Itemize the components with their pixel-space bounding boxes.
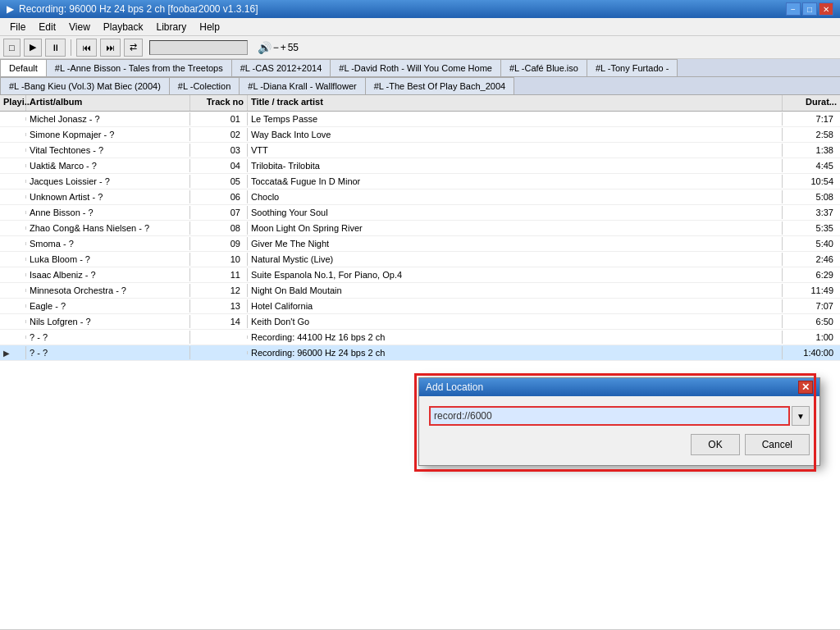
menu-item-edit[interactable]: Edit	[32, 20, 62, 34]
cell-duration: 2:58	[783, 128, 840, 141]
playlist-row[interactable]: Anne Bisson - ? 07 Soothing Your Soul 3:…	[0, 205, 840, 221]
cell-track: 06	[190, 190, 248, 203]
progress-bar[interactable]	[149, 40, 248, 55]
cell-playing	[0, 164, 26, 167]
cell-title: Way Back Into Love	[248, 128, 783, 141]
cell-playing: ▶	[0, 346, 26, 359]
cell-duration: 7:17	[783, 112, 840, 126]
cancel-button[interactable]: Cancel	[745, 434, 810, 455]
dialog-input-row: ▼	[429, 406, 810, 426]
play-button[interactable]: ▶	[24, 39, 42, 57]
tab-row1-5[interactable]: #L -Tony Furtado -	[587, 59, 678, 76]
title-bar: ▶ Recording: 96000 Hz 24 bps 2 ch [fooba…	[0, 0, 840, 18]
cell-duration: 2:46	[783, 253, 840, 266]
ok-button[interactable]: OK	[691, 434, 739, 455]
playlist-row[interactable]: Michel Jonasz - ? 01 Le Temps Passe 7:17	[0, 112, 840, 127]
close-button[interactable]: ✕	[819, 2, 833, 16]
tab-row1-2[interactable]: #L -CAS 2012+2014	[232, 59, 331, 76]
title-controls: − □ ✕	[786, 2, 833, 16]
cell-track	[190, 336, 248, 339]
dropdown-arrow-button[interactable]: ▼	[792, 406, 810, 426]
app-icon: ▶	[7, 3, 14, 15]
tab-row2-2[interactable]: #L -Diana Krall - Wallflower	[240, 77, 365, 94]
cell-duration: 1:00	[783, 331, 840, 344]
cell-title: Hotel California	[248, 299, 783, 313]
tabs-row1: Default#L -Anne Bisson - Tales from the …	[0, 59, 840, 77]
volume-icon: 🔊	[258, 41, 272, 54]
cell-artist: Zhao Cong& Hans Nielsen - ?	[26, 221, 190, 235]
cell-playing	[0, 320, 26, 323]
playlist-row[interactable]: Jacques Loissier - ? 05 Toccata& Fugue I…	[0, 174, 840, 189]
cell-track: 11	[190, 268, 248, 281]
prev-button[interactable]: ⏮	[76, 39, 97, 57]
cell-playing	[0, 148, 26, 152]
cell-title: Natural Mystic (Live)	[248, 253, 783, 266]
playlist-row[interactable]: Zhao Cong& Hans Nielsen - ? 08 Moon Ligh…	[0, 221, 840, 236]
cell-playing	[0, 258, 26, 261]
playlist-row[interactable]: Unknown Artist - ? 06 Choclo 5:08	[0, 189, 840, 205]
playlist-row[interactable]: ▶ ? - ? Recording: 96000 Hz 24 bps 2 ch …	[0, 345, 840, 361]
playlist-row[interactable]: Minnesota Orchestra - ? 12 Night On Bald…	[0, 283, 840, 299]
cell-track: 14	[190, 315, 248, 328]
cell-title: Trilobita- Trilobita	[248, 159, 783, 172]
cell-artist: Eagle - ?	[26, 299, 190, 313]
playlist-row[interactable]: Luka Bloom - ? 10 Natural Mystic (Live) …	[0, 252, 840, 267]
cell-track: 01	[190, 112, 248, 126]
cell-artist: Isaac Albeniz - ?	[26, 268, 190, 281]
cell-artist: Luka Bloom - ?	[26, 253, 190, 266]
playlist-row[interactable]: Nils Lofgren - ? 14 Keith Don't Go 6:50	[0, 314, 840, 330]
cell-artist: Unknown Artist - ?	[26, 190, 190, 203]
random-button[interactable]: ⇄	[124, 39, 143, 57]
cell-track	[190, 351, 248, 354]
menu-item-library[interactable]: Library	[150, 20, 194, 34]
playlist-row[interactable]: Uakti& Marco - ? 04 Trilobita- Trilobita…	[0, 158, 840, 174]
header-title: Title / track artist	[248, 95, 783, 111]
minimize-button[interactable]: −	[786, 2, 801, 16]
maximize-button[interactable]: □	[802, 2, 817, 16]
cell-playing	[0, 304, 26, 308]
cell-duration: 10:54	[783, 175, 840, 188]
menu-item-playback[interactable]: Playback	[97, 20, 150, 34]
menu-item-file[interactable]: File	[3, 20, 32, 34]
playlist-row[interactable]: Eagle - ? 13 Hotel California 7:07	[0, 299, 840, 314]
next-button[interactable]: ⏭	[100, 39, 121, 57]
cell-playing	[0, 226, 26, 230]
menu-item-help[interactable]: Help	[193, 20, 226, 34]
cell-track: 10	[190, 253, 248, 266]
volume-plus[interactable]: +	[281, 42, 286, 53]
tab-row1-4[interactable]: #L -Café Blue.iso	[501, 59, 587, 76]
header-artist: Artist/album	[26, 95, 190, 111]
playlist-row[interactable]: Smoma - ? 09 Giver Me The Night 5:40	[0, 236, 840, 252]
volume-minus[interactable]: −	[273, 42, 279, 53]
stop-button[interactable]: □	[3, 39, 21, 57]
main-content: Playi... Artist/album Track no Title / t…	[0, 95, 840, 630]
cell-title: Soothing Your Soul	[248, 206, 783, 219]
toolbar: □ ▶ ⏸ ⏮ ⏭ ⇄ 🔊 − + 55	[0, 36, 840, 59]
cell-artist: Jacques Loissier - ?	[26, 175, 190, 188]
cell-artist: ? - ?	[26, 331, 190, 344]
tab-row1-3[interactable]: #L -David Roth - Will You Come Home	[331, 59, 501, 76]
tab-row1-1[interactable]: #L -Anne Bisson - Tales from the Treetop…	[47, 59, 232, 76]
pause-button[interactable]: ⏸	[45, 39, 66, 57]
playlist-row[interactable]: ? - ? Recording: 44100 Hz 16 bps 2 ch 1:…	[0, 330, 840, 345]
playlist-row[interactable]: Vital Techtones - ? 03 VTT 1:38	[0, 143, 840, 158]
tab-row2-0[interactable]: #L -Bang Kieu (Vol.3) Mat Biec (2004)	[0, 77, 170, 94]
playlist-row[interactable]: Isaac Albeniz - ? 11 Suite Espanola No.1…	[0, 267, 840, 283]
dialog-buttons: OK Cancel	[429, 434, 810, 459]
playlist-row[interactable]: Simone Kopmajer - ? 02 Way Back Into Lov…	[0, 127, 840, 143]
dialog-close-button[interactable]: ✕	[798, 381, 813, 394]
cell-track: 12	[190, 284, 248, 297]
location-input[interactable]	[429, 406, 790, 426]
tab-row1-0[interactable]: Default	[0, 59, 47, 77]
cell-track: 03	[190, 144, 248, 157]
add-location-dialog: Add Location ✕ ▼ OK Cancel	[418, 377, 820, 466]
cell-duration: 3:37	[783, 206, 840, 219]
tab-row2-3[interactable]: #L -The Best Of Play Bach_2004	[366, 77, 514, 94]
header-duration: Durat...	[783, 95, 840, 111]
volume-display: 55	[288, 42, 313, 53]
volume-area: 🔊 − + 55	[258, 41, 313, 54]
cell-duration: 11:49	[783, 284, 840, 297]
cell-duration: 5:35	[783, 221, 840, 235]
tab-row2-1[interactable]: #L -Colection	[170, 77, 240, 94]
menu-item-view[interactable]: View	[62, 20, 97, 34]
